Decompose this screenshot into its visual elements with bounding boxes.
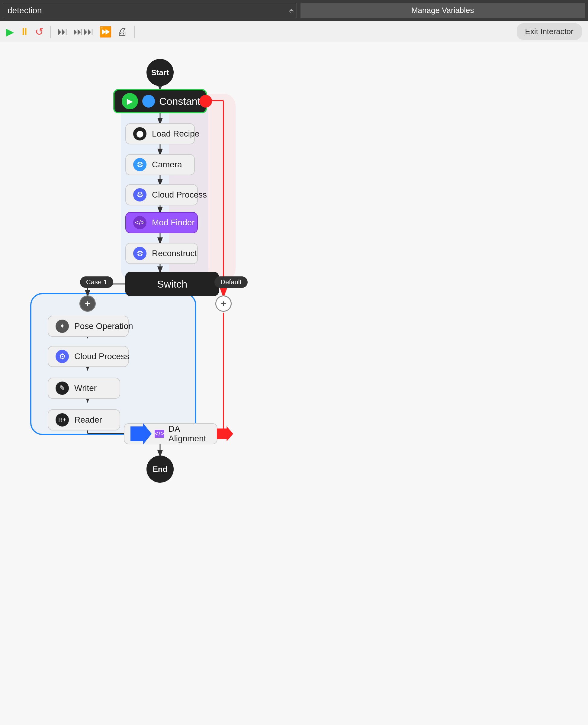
separator-2 — [134, 26, 135, 38]
da-alignment-node[interactable]: </> DA Alignment — [124, 423, 217, 444]
cloud-process-1-icon: ⚙ — [133, 188, 146, 202]
extra-button[interactable]: 🖨 — [117, 26, 127, 38]
reconstruct-node[interactable]: ⚙ Reconstruct — [125, 243, 198, 264]
pose-operation-icon: ✦ — [56, 319, 69, 333]
skip-button[interactable]: ⏭⏭ — [73, 26, 93, 38]
da-icon: </> — [155, 430, 164, 438]
detection-label: detection — [7, 6, 42, 15]
separator-1 — [50, 26, 51, 38]
da-red-arrow-icon — [217, 426, 233, 441]
case1-label: Case 1 — [80, 276, 113, 288]
step-forward-button[interactable]: ⏭ — [57, 26, 68, 38]
exit-interactor-button[interactable]: Exit Interactor — [517, 23, 582, 40]
constant-node[interactable]: ▶ Constant — [113, 89, 207, 113]
forward-button[interactable]: ⏩ — [99, 26, 112, 38]
blue-dot-icon — [142, 95, 155, 107]
camera-node[interactable]: ⚙ Camera — [125, 154, 195, 175]
writer-node[interactable]: ✎ Writer — [48, 378, 120, 399]
play-button[interactable]: ▶ — [6, 26, 14, 38]
mod-finder-icon: </> — [133, 216, 146, 229]
pause-button[interactable]: ⏸ — [19, 26, 29, 38]
detection-dropdown[interactable]: detection ⬘ — [3, 3, 297, 18]
mod-finder-node[interactable]: </> Mod Finder — [125, 212, 198, 233]
cloud-process-2-icon: ⚙ — [56, 350, 69, 363]
pose-operation-node[interactable]: ✦ Pose Operation — [48, 316, 129, 337]
cloud-process-2-node[interactable]: ⚙ Cloud Process — [48, 346, 129, 367]
add-circle-left[interactable]: + — [79, 295, 96, 312]
manage-variables-button[interactable]: Manage Variables — [300, 3, 585, 18]
end-node[interactable]: End — [146, 456, 174, 483]
cloud-process-1-node[interactable]: ⚙ Cloud Process — [125, 184, 198, 205]
start-node[interactable]: Start — [146, 59, 174, 86]
top-bar: detection ⬘ Manage Variables — [0, 0, 588, 21]
red-dot-icon — [199, 95, 212, 107]
toolbar: ▶ ⏸ ↺ ⏭ ⏭⏭ ⏩ 🖨 Exit Interactor — [0, 21, 588, 42]
da-blue-arrow-icon — [130, 423, 152, 444]
add-circle-right[interactable]: + — [215, 295, 232, 312]
load-recipe-icon: ⬤ — [133, 127, 146, 141]
switch-node[interactable]: Switch — [125, 272, 219, 296]
refresh-button[interactable]: ↺ — [35, 26, 43, 38]
dropdown-arrow-icon: ⬘ — [289, 7, 294, 14]
camera-icon: ⚙ — [133, 158, 146, 171]
canvas-area: Start ▶ Constant ⬤ Load Recipe ⚙ Camera … — [0, 42, 588, 725]
play-circle-icon: ▶ — [122, 93, 138, 109]
load-recipe-node[interactable]: ⬤ Load Recipe — [125, 123, 195, 144]
reconstruct-icon: ⚙ — [133, 247, 146, 260]
default-label: Default — [214, 276, 248, 288]
writer-icon: ✎ — [56, 381, 69, 395]
reader-node[interactable]: R+ Reader — [48, 409, 120, 431]
reader-icon: R+ — [56, 413, 69, 427]
